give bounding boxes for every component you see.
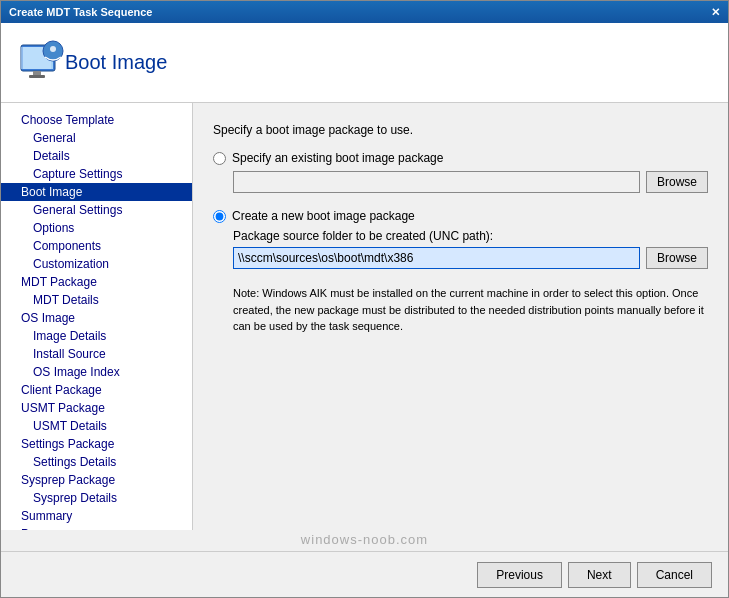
- window-title: Create MDT Task Sequence: [9, 6, 152, 18]
- sidebar-item-general[interactable]: General: [1, 129, 192, 147]
- radio-new[interactable]: [213, 210, 226, 223]
- main-window: Create MDT Task Sequence ✕ Boot Image Ch…: [0, 0, 729, 598]
- close-button[interactable]: ✕: [711, 6, 720, 19]
- section-description: Specify a boot image package to use.: [213, 123, 708, 137]
- sidebar-item-customization[interactable]: Customization: [1, 255, 192, 273]
- cancel-button[interactable]: Cancel: [637, 562, 712, 588]
- title-bar: Create MDT Task Sequence ✕: [1, 1, 728, 23]
- sidebar-item-general-settings[interactable]: General Settings: [1, 201, 192, 219]
- sidebar-item-components[interactable]: Components: [1, 237, 192, 255]
- main-panel: Specify a boot image package to use. Spe…: [193, 103, 728, 530]
- footer: Previous Next Cancel: [1, 551, 728, 597]
- sidebar-item-options[interactable]: Options: [1, 219, 192, 237]
- package-label: Package source folder to be created (UNC…: [233, 229, 708, 243]
- sidebar-item-capture-settings[interactable]: Capture Settings: [1, 165, 192, 183]
- sidebar-item-usmt-package[interactable]: USMT Package: [1, 399, 192, 417]
- sidebar-item-image-details[interactable]: Image Details: [1, 327, 192, 345]
- svg-rect-4: [29, 75, 45, 78]
- existing-input-row: Browse: [233, 171, 708, 193]
- sidebar-item-client-package[interactable]: Client Package: [1, 381, 192, 399]
- svg-rect-3: [33, 71, 41, 75]
- sidebar-item-boot-image[interactable]: Boot Image: [1, 183, 192, 201]
- browse-existing-button[interactable]: Browse: [646, 171, 708, 193]
- header-title: Boot Image: [65, 51, 167, 74]
- sidebar: Choose TemplateGeneralDetailsCapture Set…: [1, 103, 193, 530]
- radio-existing-label[interactable]: Specify an existing boot image package: [232, 151, 443, 165]
- sidebar-item-os-image[interactable]: OS Image: [1, 309, 192, 327]
- note-text: Note: Windows AIK must be installed on t…: [233, 285, 708, 335]
- watermark: windows-noob.com: [1, 530, 728, 551]
- svg-point-6: [50, 46, 56, 52]
- sidebar-item-mdt-package[interactable]: MDT Package: [1, 273, 192, 291]
- sidebar-item-os-image-index[interactable]: OS Image Index: [1, 363, 192, 381]
- sidebar-item-choose-template[interactable]: Choose Template: [1, 111, 192, 129]
- sidebar-item-install-source[interactable]: Install Source: [1, 345, 192, 363]
- radio-new-label[interactable]: Create a new boot image package: [232, 209, 415, 223]
- sidebar-item-sysprep-details[interactable]: Sysprep Details: [1, 489, 192, 507]
- next-button[interactable]: Next: [568, 562, 631, 588]
- browse-new-button[interactable]: Browse: [646, 247, 708, 269]
- new-package-input[interactable]: [233, 247, 640, 269]
- sidebar-item-usmt-details[interactable]: USMT Details: [1, 417, 192, 435]
- previous-button[interactable]: Previous: [477, 562, 562, 588]
- sidebar-item-settings-details[interactable]: Settings Details: [1, 453, 192, 471]
- radio-new-row: Create a new boot image package: [213, 209, 708, 223]
- new-input-row: Browse: [233, 247, 708, 269]
- computer-icon: [17, 39, 65, 87]
- content-area: Choose TemplateGeneralDetailsCapture Set…: [1, 103, 728, 530]
- existing-package-input[interactable]: [233, 171, 640, 193]
- header-area: Boot Image: [1, 23, 728, 103]
- radio-existing[interactable]: [213, 152, 226, 165]
- sidebar-item-sysprep-package[interactable]: Sysprep Package: [1, 471, 192, 489]
- radio-existing-row: Specify an existing boot image package: [213, 151, 708, 165]
- sidebar-item-summary[interactable]: Summary: [1, 507, 192, 525]
- sidebar-item-details[interactable]: Details: [1, 147, 192, 165]
- sidebar-item-mdt-details[interactable]: MDT Details: [1, 291, 192, 309]
- sidebar-item-settings-package[interactable]: Settings Package: [1, 435, 192, 453]
